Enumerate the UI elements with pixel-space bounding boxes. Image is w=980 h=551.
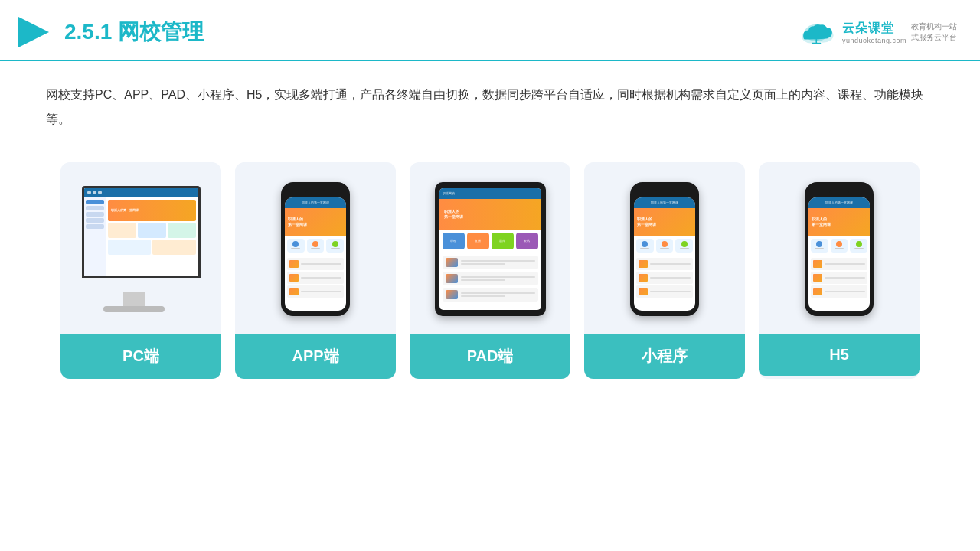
cards-container: 职涯人的第一堂网课: [0, 139, 980, 402]
app-label: APP端: [235, 334, 396, 379]
card-h5: 职涯人的第一堂网课 职涯人的第一堂网课: [759, 162, 920, 379]
monitor-screen: 职涯人的第一堂网课: [82, 186, 201, 278]
card-miniprogram: 职涯人的第一堂网课 职涯人的第一堂网课: [584, 162, 745, 379]
header-left: 2.5.1 网校管理: [15, 14, 204, 51]
pc-monitor-mockup: 职涯人的第一堂网课: [74, 186, 208, 312]
pad-tablet-screen: 职涯网校 职涯人的第一堂网课 课程 直播 题库 资讯: [439, 188, 541, 310]
h5-phone-mockup: 职涯人的第一堂网课 职涯人的第一堂网课: [805, 182, 874, 316]
app-image-area: 职涯人的第一堂网课 职涯人的第一堂网课: [243, 176, 388, 321]
page-header: 2.5.1 网校管理 云朵课堂 yunduoketang.com 教育机构一站 …: [0, 0, 980, 61]
card-app: 职涯人的第一堂网课 职涯人的第一堂网课: [235, 162, 396, 379]
pad-label: PAD端: [410, 334, 570, 379]
logo-cloud: 云朵课堂 yunduoketang.com 教育机构一站 式服务云平台: [798, 18, 957, 46]
page-title: 2.5.1 网校管理: [64, 18, 204, 47]
pc-image-area: 职涯人的第一堂网课: [68, 176, 214, 321]
logo-name-cn: 云朵课堂 yunduoketang.com: [842, 21, 906, 44]
cloud-icon: [798, 18, 838, 46]
play-icon: [15, 14, 52, 51]
svg-marker-0: [18, 17, 49, 47]
logo-area: 云朵课堂 yunduoketang.com 教育机构一站 式服务云平台: [798, 18, 957, 46]
card-pad: 职涯网校 职涯人的第一堂网课 课程 直播 题库 资讯: [410, 162, 570, 379]
h5-label: H5: [759, 334, 920, 376]
miniprogram-phone-mockup: 职涯人的第一堂网课 职涯人的第一堂网课: [630, 182, 699, 316]
app-phone-mockup: 职涯人的第一堂网课 职涯人的第一堂网课: [281, 182, 350, 316]
miniprogram-phone-screen: 职涯人的第一堂网课 职涯人的第一堂网课: [634, 197, 695, 311]
pad-image-area: 职涯网校 职涯人的第一堂网课 课程 直播 题库 资讯: [417, 176, 563, 321]
h5-phone-screen: 职涯人的第一堂网课 职涯人的第一堂网课: [808, 197, 870, 311]
pad-tablet-mockup: 职涯网校 职涯人的第一堂网课 课程 直播 题库 资讯: [435, 182, 546, 316]
logo-tagline: 教育机构一站 式服务云平台: [911, 21, 957, 43]
pc-label: PC端: [60, 334, 221, 379]
app-phone-screen: 职涯人的第一堂网课 职涯人的第一堂网课: [285, 197, 346, 311]
card-pc: 职涯人的第一堂网课: [60, 162, 221, 379]
miniprogram-label: 小程序: [584, 334, 745, 379]
description-text: 网校支持PC、APP、PAD、小程序、H5，实现多端打通，产品各终端自由切换，数…: [0, 61, 980, 139]
h5-image-area: 职涯人的第一堂网课 职涯人的第一堂网课: [766, 176, 912, 321]
miniprogram-image-area: 职涯人的第一堂网课 职涯人的第一堂网课: [592, 176, 737, 321]
